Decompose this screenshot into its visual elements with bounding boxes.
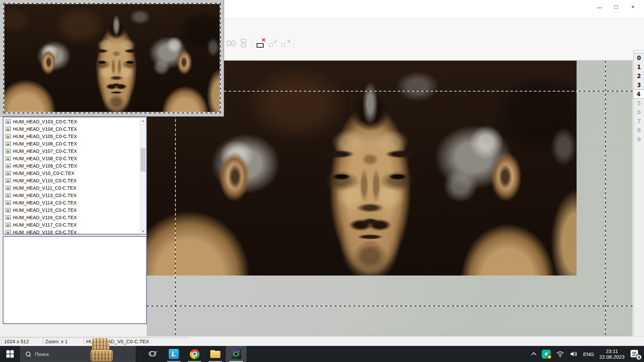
- mip-level[interactable]: 1: [634, 62, 644, 71]
- preview-ants-right: [220, 3, 221, 113]
- search-highlight-colosseum-icon[interactable]: [91, 337, 113, 361]
- texture-file-icon: [5, 200, 11, 205]
- file-list-item[interactable]: HUM_HEAD_V10_C0-C.TEX: [4, 170, 140, 177]
- mip-level[interactable]: 2: [634, 71, 644, 80]
- file-name-label: HUM_HEAD_V105_C0-C.TEX: [13, 134, 77, 139]
- file-list-item[interactable]: HUM_HEAD_V111_C0-C.TEX: [4, 184, 140, 192]
- task-view-button[interactable]: [143, 346, 163, 362]
- chrome-button[interactable]: [184, 346, 205, 362]
- mip-level[interactable]: 4: [633, 89, 644, 99]
- file-list-item[interactable]: HUM_HEAD_V113_C0-C.TEX: [4, 192, 140, 199]
- file-name-label: HUM_HEAD_V117_C0-C.TEX: [13, 222, 77, 228]
- file-list-item[interactable]: HUM_HEAD_V116_C0-C.TEX: [4, 214, 140, 221]
- preview-ants-top: [3, 3, 221, 4]
- toolbar-separator: [294, 38, 294, 48]
- file-list-item[interactable]: HUM_HEAD_V115_C0-C.TEX: [4, 206, 140, 214]
- file-list-item[interactable]: HUM_HEAD_V114_C0-C.TEX: [4, 199, 140, 206]
- file-name-label: HUM_HEAD_V110_C0-C.TEX: [13, 178, 77, 183]
- hidden-icons-chevron-icon[interactable]: [531, 352, 537, 357]
- antivirus-tray-icon[interactable]: e: [542, 350, 551, 359]
- l-app-icon: L: [169, 349, 179, 359]
- flip-vertical-icon: [238, 38, 249, 48]
- mip-level[interactable]: 6: [634, 108, 644, 117]
- start-button[interactable]: [0, 346, 20, 362]
- file-list-item[interactable]: HUM_HEAD_V110_C0-C.TEX: [4, 177, 140, 184]
- file-list-item[interactable]: HUM_HEAD_V109_C0-C.TEX: [4, 162, 140, 170]
- mip-level[interactable]: 7: [634, 117, 644, 126]
- file-rows: HUM_HEAD_V103_C0-C.TEX HUM_HEAD_V104_C0-…: [4, 118, 140, 234]
- taskbar-clock[interactable]: 23:11 22.08.2023: [599, 348, 625, 360]
- chrome-icon: [190, 349, 200, 359]
- preview-ants-bottom: [3, 113, 221, 113]
- notification-count-badge: 4: [636, 354, 642, 360]
- close-texture-icon[interactable]: ×: [256, 38, 266, 48]
- texture-file-icon: [5, 178, 11, 183]
- folder-icon: [210, 350, 220, 358]
- taskbar-search[interactable]: Поиск: [20, 346, 136, 362]
- mip-level[interactable]: 0: [634, 53, 644, 62]
- texture-preview-window[interactable]: [0, 0, 224, 117]
- clock-date: 22.08.2023: [599, 354, 625, 360]
- windows-logo-icon: [6, 350, 14, 358]
- search-icon: [26, 352, 31, 357]
- mip-level[interactable]: 5: [634, 99, 644, 108]
- texture-file-icon: [5, 230, 11, 234]
- selection-ants-bottom: [147, 306, 633, 306]
- file-name-label: HUM_HEAD_V114_C0-C.TEX: [13, 200, 77, 205]
- file-list-item[interactable]: HUM_HEAD_V107_C0-C.TEX: [4, 147, 140, 155]
- status-dimensions: 1024 x 512: [1, 338, 41, 345]
- scroll-down-icon[interactable]: ▼: [140, 229, 146, 234]
- clock-time: 23:11: [599, 348, 625, 354]
- file-list-item[interactable]: HUM_HEAD_V108_C0-C.TEX: [4, 155, 140, 162]
- file-list-scrollbar[interactable]: ▲ ▼: [140, 118, 146, 234]
- status-zoom: Zoom: x 1: [43, 338, 82, 345]
- scroll-up-icon[interactable]: ▲: [140, 118, 146, 123]
- taskbar: Поиск L e: [0, 346, 644, 362]
- file-explorer-button[interactable]: [205, 346, 226, 362]
- file-name-label: HUM_HEAD_V113_C0-C.TEX: [13, 193, 77, 198]
- file-list-item[interactable]: HUM_HEAD_V118_C0-C.TEX: [4, 229, 140, 234]
- texture-file-icon: [5, 156, 11, 161]
- texture-file-list: HUM_HEAD_V103_C0-C.TEX HUM_HEAD_V104_C0-…: [3, 117, 147, 235]
- wifi-icon[interactable]: [556, 351, 564, 357]
- maximize-button[interactable]: □: [608, 0, 625, 14]
- mip-level-selector[interactable]: 0123456789: [634, 50, 644, 336]
- texture-editor-icon: [231, 349, 241, 359]
- close-button[interactable]: ×: [625, 0, 641, 14]
- file-list-item[interactable]: HUM_HEAD_V103_C0-C.TEX: [4, 118, 140, 125]
- texture-editor-button[interactable]: [226, 346, 247, 362]
- file-name-label: HUM_HEAD_V104_C0-C.TEX: [13, 126, 77, 132]
- task-view-icon: [149, 351, 157, 357]
- minimize-button[interactable]: —: [591, 0, 608, 14]
- toolbar-buttons: × ✓ ×: [221, 37, 295, 50]
- head-texture-preview: [4, 4, 220, 112]
- file-list-item[interactable]: HUM_HEAD_V104_C0-C.TEX: [4, 125, 140, 133]
- toolbar-separator: [252, 38, 252, 48]
- l-app-button[interactable]: L: [163, 346, 184, 362]
- texture-file-icon: [5, 215, 11, 220]
- file-list-item[interactable]: HUM_HEAD_V117_C0-C.TEX: [4, 221, 140, 229]
- texture-file-icon: [5, 223, 11, 227]
- file-name-label: HUM_HEAD_V103_C0-C.TEX: [13, 119, 77, 124]
- volume-icon[interactable]: [570, 351, 578, 357]
- mip-level[interactable]: 8: [634, 126, 644, 135]
- file-name-label: HUM_HEAD_V111_C0-C.TEX: [13, 185, 76, 191]
- texture-file-icon: [5, 171, 11, 176]
- file-list-item[interactable]: HUM_HEAD_V105_C0-C.TEX: [4, 133, 140, 140]
- scrollbar-thumb[interactable]: [141, 148, 146, 172]
- texture-file-icon: [5, 164, 11, 168]
- file-name-label: HUM_HEAD_V118_C0-C.TEX: [13, 230, 77, 234]
- window-controls: — □ ×: [591, 0, 641, 15]
- file-name-label: HUM_HEAD_V116_C0-C.TEX: [13, 215, 77, 220]
- file-name-label: HUM_HEAD_V106_C0-C.TEX: [13, 141, 77, 146]
- action-center-button[interactable]: 4: [630, 349, 640, 359]
- file-name-label: HUM_HEAD_V107_C0-C.TEX: [13, 148, 77, 154]
- desktop: — □ × × ✓ ×: [0, 0, 644, 362]
- search-placeholder-text: Поиск: [35, 351, 49, 357]
- mip-level[interactable]: 9: [634, 135, 644, 144]
- keyboard-language-indicator[interactable]: ENG: [583, 351, 594, 357]
- texture-file-icon: [5, 141, 11, 146]
- mip-level[interactable]: 3: [634, 80, 644, 89]
- file-list-item[interactable]: HUM_HEAD_V106_C0-C.TEX: [4, 140, 140, 147]
- texture-file-icon: [5, 119, 11, 124]
